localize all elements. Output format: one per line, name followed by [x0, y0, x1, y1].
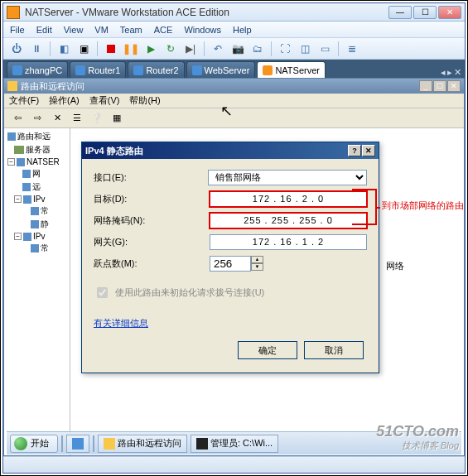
- tab-scroll-right-icon[interactable]: ▸: [447, 67, 452, 78]
- vm-icon: [133, 65, 143, 75]
- mask-label: 网络掩码(N):: [94, 214, 210, 227]
- taskbar-cmd-button[interactable]: 管理员: C:\Wi...: [191, 435, 278, 453]
- gateway-ip-field[interactable]: 172 . 16 . 1 . 2: [210, 234, 367, 250]
- menu-team[interactable]: Team: [120, 25, 142, 35]
- tab-close-icon[interactable]: ✕: [454, 67, 461, 78]
- watermark-sub: 技术博客 Blog: [376, 440, 459, 450]
- routing-max-button[interactable]: ☐: [433, 80, 446, 92]
- tab-label: Router1: [88, 65, 120, 75]
- vm-icon: [12, 65, 22, 75]
- tab-webserver[interactable]: WebServer: [186, 61, 256, 78]
- tree-node[interactable]: 常: [6, 204, 68, 218]
- vm-icon: [192, 65, 202, 75]
- snapshot-icon[interactable]: ◧: [55, 41, 72, 57]
- back-icon[interactable]: ⇦: [9, 110, 26, 127]
- spin-down-icon[interactable]: ▼: [251, 263, 263, 271]
- tree-node[interactable]: 常: [6, 242, 68, 255]
- stop-icon[interactable]: ▶|: [182, 41, 199, 57]
- unity-icon[interactable]: ◫: [297, 41, 313, 57]
- up-icon[interactable]: ✕: [49, 110, 65, 127]
- start-button[interactable]: 开始: [10, 435, 58, 453]
- routing-title-bar: 路由和远程访问 _ ☐ ✕: [4, 79, 464, 94]
- tree-natserver[interactable]: −NATSER: [6, 156, 68, 167]
- tab-label: WebServer: [205, 65, 250, 75]
- tree-ipv6[interactable]: −IPv: [6, 231, 68, 242]
- routing-task-icon: [104, 438, 115, 450]
- menu-view[interactable]: View: [64, 25, 84, 35]
- tree-node[interactable]: 远: [6, 180, 68, 194]
- routing-menu-view[interactable]: 查看(V): [89, 94, 120, 107]
- menu-vm[interactable]: VM: [94, 25, 109, 35]
- dialog-help-button[interactable]: ?: [348, 145, 361, 156]
- refresh-icon[interactable]: ❔: [89, 110, 105, 127]
- minimize-button[interactable]: —: [388, 6, 412, 19]
- dialog-close-button[interactable]: ✕: [362, 145, 375, 156]
- power-on-icon[interactable]: ⏻: [8, 41, 25, 57]
- routing-window-icon: [7, 81, 17, 91]
- hops-spinner[interactable]: [210, 256, 251, 272]
- tab-router1[interactable]: Router1: [70, 61, 126, 78]
- tab-label: NATServer: [275, 65, 320, 75]
- routing-menu-action[interactable]: 操作(A): [49, 94, 80, 107]
- play-icon[interactable]: ▶: [142, 41, 159, 57]
- record-icon[interactable]: [103, 41, 119, 57]
- tree-server-status[interactable]: 服务器: [6, 143, 68, 156]
- routing-menu-help[interactable]: 帮助(H): [129, 94, 160, 107]
- target-ip-field[interactable]: 172 . 16 . 2 . 0: [210, 191, 367, 207]
- tree-ipv4[interactable]: −IPv: [6, 194, 68, 204]
- watermark-main: 51CTO.com: [376, 424, 459, 440]
- tab-scroll-left-icon[interactable]: ◂: [441, 67, 446, 78]
- tree-node[interactable]: 静: [6, 218, 68, 231]
- cancel-button[interactable]: 取消: [304, 341, 364, 359]
- snapshot-mgr-icon[interactable]: ▣: [75, 41, 92, 57]
- tab-zhangpc[interactable]: zhangPC: [7, 61, 68, 78]
- routing-close-button[interactable]: ✕: [447, 80, 461, 92]
- routing-min-button[interactable]: _: [419, 80, 432, 92]
- pause-icon[interactable]: ❚❚: [123, 41, 139, 57]
- menu-edit[interactable]: Edit: [36, 25, 52, 35]
- annotation-bracket: [359, 189, 377, 225]
- task-label: 管理员: C:\Wi...: [210, 437, 273, 450]
- fwd-icon[interactable]: ⇨: [29, 110, 46, 127]
- replay-icon[interactable]: ↻: [162, 41, 179, 57]
- vmware-status-bar: [3, 456, 465, 473]
- tree-node[interactable]: 网: [6, 167, 68, 180]
- menu-windows[interactable]: Windows: [184, 25, 221, 35]
- vmware-menu-bar: File Edit View VM Team ACE Windows Help: [3, 22, 465, 38]
- menu-help[interactable]: Help: [233, 25, 252, 35]
- routing-menu-file[interactable]: 文件(F): [9, 94, 39, 107]
- dialog-title-bar: IPv4 静态路由 ? ✕: [82, 142, 379, 159]
- routing-toolbar: ⇦ ⇨ ✕ ☰ ❔ ▦: [4, 108, 464, 128]
- routing-title: 路由和远程访问: [21, 80, 84, 93]
- menu-file[interactable]: File: [10, 25, 25, 35]
- fullscreen-icon[interactable]: ⛶: [277, 41, 293, 57]
- interface-select[interactable]: 销售部网络: [208, 170, 367, 185]
- mask-ip-field[interactable]: 255 . 255 . 255 . 0: [210, 213, 367, 228]
- dial-checkbox-label: 使用此路由来初始化请求拨号连接(U): [115, 286, 264, 299]
- console-icon[interactable]: ▭: [316, 41, 333, 57]
- vm-icon: [263, 65, 273, 75]
- interface-label: 接口(E):: [94, 171, 208, 184]
- routing-menu-bar: 文件(F) 操作(A) 查看(V) 帮助(H): [4, 94, 464, 108]
- routing-tree[interactable]: 路由和远 服务器 −NATSER 网 远 −IPv 常 静 −IPv 常: [4, 128, 70, 455]
- summary-icon[interactable]: ≣: [344, 41, 360, 57]
- ok-button[interactable]: 确定: [238, 341, 297, 359]
- properties-icon[interactable]: ☰: [69, 110, 85, 127]
- more-info-link[interactable]: 有关详细信息: [94, 317, 148, 329]
- taskbar-routing-button[interactable]: 路由和远程访问: [98, 435, 187, 453]
- close-button[interactable]: ✕: [438, 6, 461, 19]
- annotation-text: 到市场部网络的路由: [382, 200, 464, 212]
- spin-up-icon[interactable]: ▲: [251, 256, 263, 263]
- tab-natserver[interactable]: NATServer: [257, 61, 326, 78]
- maximize-button[interactable]: ☐: [413, 6, 437, 19]
- revert-icon[interactable]: ↶: [210, 41, 226, 57]
- take-snap-icon[interactable]: 📷: [229, 41, 246, 57]
- menu-ace[interactable]: ACE: [154, 25, 173, 35]
- tab-router2[interactable]: Router2: [128, 61, 184, 78]
- manage-snap-icon[interactable]: 🗂: [249, 41, 266, 57]
- list-icon[interactable]: ▦: [109, 110, 125, 127]
- tree-root[interactable]: 路由和远: [6, 130, 68, 143]
- quick-launch-icon[interactable]: [66, 435, 89, 453]
- suspend-icon[interactable]: ⏸: [28, 41, 45, 57]
- vm-tab-bar: zhangPC Router1 Router2 WebServer NATSer…: [3, 60, 465, 78]
